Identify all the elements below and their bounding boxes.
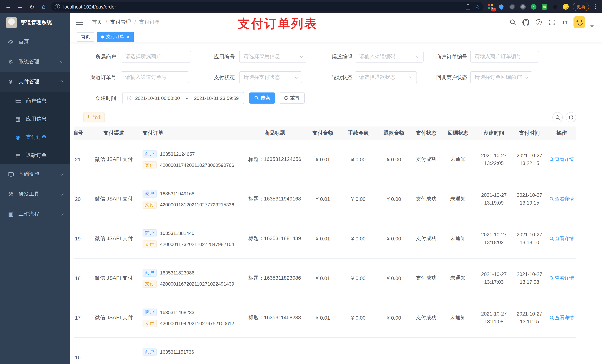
cell-notify: 未通知 <box>441 259 475 298</box>
magnifier-icon <box>549 276 554 281</box>
sidebar-item-infrastructure[interactable]: 基础设施 <box>0 164 70 184</box>
table-body: 21 微信 JSAPI 支付 商户 1635312124657 支付 42000… <box>74 140 576 364</box>
browser-update-button[interactable]: 更新 <box>573 2 589 11</box>
cell-pay-time <box>512 338 547 364</box>
sidebar-item-home[interactable]: 首页 <box>0 32 70 52</box>
date-end[interactable]: 2021-10-31 23:59:59 <box>194 95 239 101</box>
sidebar-item-app-info[interactable]: ▦ 应用信息 <box>0 110 70 128</box>
cell-status: 支付成功 <box>412 140 441 179</box>
font-size-icon[interactable]: TT <box>560 18 569 26</box>
extension-circle-icon[interactable] <box>509 3 515 10</box>
app-select[interactable]: 请选择应用信息 <box>239 51 307 62</box>
extension-drop-icon[interactable] <box>498 3 505 10</box>
channel-code-select[interactable]: 请输入渠道编码 <box>355 51 424 62</box>
reset-button[interactable]: 重置 <box>279 93 305 104</box>
create-time-range-input[interactable]: 2021-10-01 00:00:00 - 2021-10-31 23:59:5… <box>122 92 244 104</box>
view-detail-link[interactable]: 查看详情 <box>549 196 574 202</box>
navbar-actions: ? TT <box>509 13 594 31</box>
browser-nav: ← → ↻ ⌂ <box>0 1 49 12</box>
tags-view-bar: 首页 支付订单 × <box>70 31 602 43</box>
address-bar[interactable]: i localhost:1024/pay/order ☆ <box>51 2 484 11</box>
extension-grid-icon[interactable]: 10 <box>487 3 494 10</box>
sidebar-logo[interactable]: 芋道管理系统 <box>0 13 70 32</box>
extension-emoji-icon[interactable] <box>562 3 569 10</box>
cell-channel: 微信 JSAPI 支付 <box>89 298 139 337</box>
col-header-notify: 回调状态 <box>441 126 475 140</box>
breadcrumb-payment[interactable]: 支付管理 <box>110 19 131 26</box>
extension-chat-icon[interactable]: ▩ <box>541 3 548 10</box>
filter-label-merchant-order-no: 商户订单编号 <box>427 51 467 62</box>
channel-order-no-input[interactable]: 请输入渠道订单号 <box>121 71 189 83</box>
app-title: 芋道管理系统 <box>21 19 52 26</box>
refresh-table-button[interactable] <box>566 112 576 123</box>
tab-close-icon[interactable]: × <box>127 34 129 39</box>
pay-order-no: 4200001181202110277723215336 <box>160 202 234 207</box>
refund-status-select[interactable]: 请选择退款状态 <box>355 71 417 83</box>
browser-menu-icon[interactable]: ⋮ <box>592 3 602 10</box>
cell-fee: ¥ 0.00 <box>341 298 376 337</box>
github-icon[interactable] <box>522 18 530 26</box>
page-title-annotation: 支付订单列表 <box>238 16 318 32</box>
refresh-icon <box>284 96 288 100</box>
view-detail-link[interactable]: 查看详情 <box>549 156 574 163</box>
search-icon[interactable] <box>509 18 517 26</box>
cell-create-time: 2021-10-2713:19:09 <box>475 179 512 219</box>
sidebar-item-refund-order[interactable]: ▤ 退款订单 <box>0 146 70 164</box>
cell-pay-time: 2021-10-2713:17:08 <box>512 259 547 298</box>
bookmark-star-icon[interactable]: ☆ <box>475 3 480 10</box>
extension-pin-icon[interactable] <box>552 3 558 10</box>
filter-label-refund-status: 退款状态 <box>312 71 353 83</box>
filter-label-channel-code: 渠道编码 <box>312 51 353 62</box>
filter-label-notify-status: 回调商户状态 <box>427 71 467 83</box>
view-detail-link[interactable]: 查看详情 <box>549 275 574 281</box>
fullscreen-icon[interactable] <box>548 18 556 26</box>
chevron-down-icon <box>60 192 64 196</box>
view-detail-link[interactable]: 查看详情 <box>549 314 574 321</box>
pay-status-select[interactable]: 请选择支付状态 <box>239 71 302 83</box>
export-button[interactable]: 导出 <box>83 112 105 123</box>
cell-pay-time: 2021-10-2713:19:15 <box>512 179 547 219</box>
search-button[interactable]: 搜索 <box>249 93 275 104</box>
extension-check-icon[interactable]: ✓ <box>530 3 537 10</box>
hamburger-icon[interactable] <box>76 20 83 25</box>
reload-icon[interactable]: ↻ <box>27 1 37 12</box>
sidebar-item-payment[interactable]: ¥ 支付管理 <box>0 72 70 92</box>
chevron-down-icon <box>60 59 64 63</box>
url-text[interactable]: localhost:1024/pay/order <box>63 4 465 10</box>
merchant-input[interactable]: 请选择所属商户 <box>121 51 191 62</box>
site-info-icon[interactable]: i <box>55 4 60 9</box>
share-icon[interactable] <box>465 4 470 10</box>
show-search-button[interactable] <box>552 112 563 123</box>
home-icon[interactable]: ⌂ <box>39 1 49 12</box>
breadcrumb-home[interactable]: 首页 <box>92 19 102 26</box>
back-icon[interactable]: ← <box>3 1 13 12</box>
sidebar-item-workflow[interactable]: ▣ 工作流程 <box>0 204 70 224</box>
merchant-order-no-input[interactable]: 请输入商户订单编号 <box>470 51 539 62</box>
avatar-caret-icon[interactable] <box>590 25 594 27</box>
sidebar-item-dev-tools[interactable]: ⚒ 研发工具 <box>0 184 70 204</box>
date-start[interactable]: 2021-10-01 00:00:00 <box>135 95 180 101</box>
tab-home[interactable]: 首页 <box>77 32 94 42</box>
cell-order: 商户 1635311151736 支付 <box>139 338 244 364</box>
chevron-down-icon <box>60 172 64 176</box>
screen: ← → ↻ ⌂ i localhost:1024/pay/order ☆ 10 … <box>0 0 602 364</box>
magnifier-icon <box>549 197 554 201</box>
cell-id: 16 <box>74 338 89 364</box>
sidebar-item-pay-order[interactable]: ◉ 支付订单 <box>0 128 70 146</box>
col-header-create-time: 创建时间 <box>475 126 512 140</box>
tab-pay-order[interactable]: 支付订单 × <box>97 32 133 42</box>
yen-icon: ¥ <box>7 79 14 85</box>
forward-icon[interactable]: → <box>15 1 25 12</box>
sidebar-item-merchant-info[interactable]: 商户信息 <box>0 92 70 110</box>
notify-status-select[interactable]: 请选择订单回调商户状态 <box>470 71 532 83</box>
help-icon[interactable]: ? <box>535 18 543 26</box>
cell-fee: ¥ 0.00 <box>341 219 376 258</box>
cell-title: 标题：1635311823086 <box>244 259 305 298</box>
view-detail-link[interactable]: 查看详情 <box>549 235 574 242</box>
cell-notify <box>441 338 475 364</box>
extension-ring-icon[interactable] <box>519 3 526 10</box>
user-avatar[interactable] <box>573 16 585 28</box>
monitor-icon <box>7 172 14 176</box>
table-row: 18 微信 JSAPI 支付 商户 1635311823086 支付 42000… <box>74 259 576 298</box>
sidebar-item-system[interactable]: ⚙ 系统管理 <box>0 52 70 72</box>
